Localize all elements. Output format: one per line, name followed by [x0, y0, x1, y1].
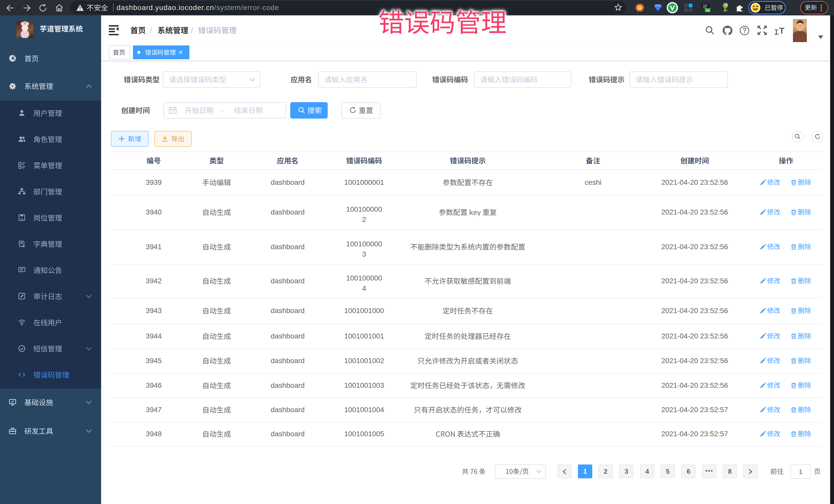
svg-text:on: on [706, 9, 709, 12]
